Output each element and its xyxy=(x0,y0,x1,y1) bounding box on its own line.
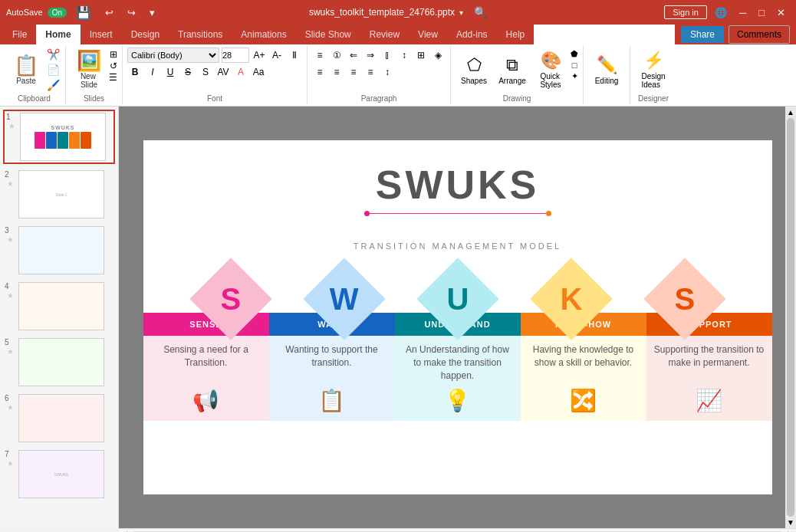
text-direction-button[interactable]: ↕ xyxy=(396,48,412,63)
tab-addins[interactable]: Add-ins xyxy=(447,25,497,44)
tab-review[interactable]: Review xyxy=(360,25,409,44)
scroll-thumb[interactable] xyxy=(787,118,794,517)
undo-button[interactable]: ↩ xyxy=(100,5,118,20)
slide-canvas[interactable]: SWUKS TRANSITION MANAGEMENT MODEL S xyxy=(143,140,772,494)
slide-thumb-7[interactable]: 7 ★ SWUKS xyxy=(3,448,115,500)
shadow-button[interactable]: S xyxy=(198,64,213,80)
editing-content: ✏️ Editing xyxy=(588,48,625,103)
align-center-button[interactable]: ≡ xyxy=(329,64,344,80)
char-spacing-button[interactable]: AV xyxy=(215,64,231,80)
design-ideas-label: DesignIdeas xyxy=(641,72,665,89)
clear-format-button[interactable]: Ⅱ xyxy=(287,48,302,63)
slide-thumb-5[interactable]: 5 ★ xyxy=(3,337,115,388)
ribbon-icon[interactable]: 🌐 xyxy=(710,5,732,20)
line-spacing-button[interactable]: ↕ xyxy=(380,64,395,80)
tab-help[interactable]: Help xyxy=(497,25,535,44)
new-slide-button[interactable]: 🖼️ NewSlide xyxy=(71,48,107,92)
slide-thumb-1[interactable]: 1 ★ SWUKS xyxy=(3,110,115,164)
share-button[interactable]: Share xyxy=(681,26,724,43)
slide-preview-3 xyxy=(18,226,104,274)
save-button[interactable]: 💾 xyxy=(71,4,96,21)
redo-button[interactable]: ↪ xyxy=(123,5,140,20)
sign-in-button[interactable]: Sign in xyxy=(664,5,707,19)
dot-left xyxy=(364,211,370,216)
font-color-button[interactable]: A xyxy=(233,64,248,80)
increase-indent-button[interactable]: ⇒ xyxy=(363,48,378,63)
bullets-button[interactable]: ≡ xyxy=(312,48,327,63)
arrange-button[interactable]: ⧉ Arrange xyxy=(494,48,531,92)
shapes-button[interactable]: ⬠ Shapes xyxy=(456,48,492,92)
layout-button[interactable]: ⊞ xyxy=(109,49,117,60)
col-understand: U xyxy=(401,270,515,313)
design-ideas-button[interactable]: ⚡ DesignIdeas xyxy=(635,48,672,92)
bold-button[interactable]: B xyxy=(127,64,143,80)
decrease-indent-button[interactable]: ⇐ xyxy=(346,48,361,63)
slide-thumb-3[interactable]: 3 ★ xyxy=(3,225,115,276)
section-button[interactable]: ☰ xyxy=(109,72,117,83)
designer-label: Designer xyxy=(638,94,669,103)
slide-thumb-4[interactable]: 4 ★ xyxy=(3,281,115,332)
increase-font-button[interactable]: A+ xyxy=(252,48,267,63)
slide-thumb-6[interactable]: 6 ★ xyxy=(3,392,115,444)
copy-button[interactable]: 📄 xyxy=(46,63,61,77)
letter-s1: S xyxy=(220,282,241,317)
comments-button[interactable]: Comments xyxy=(729,25,790,44)
tab-home[interactable]: Home xyxy=(36,25,80,44)
italic-button[interactable]: I xyxy=(145,64,160,80)
group-slides: 🖼️ NewSlide ⊞ ↺ ☰ Slides xyxy=(66,46,123,104)
quick-styles-button[interactable]: 🎨 QuickStyles xyxy=(532,48,569,92)
format-painter-button[interactable]: 🖌️ xyxy=(46,78,61,92)
scroll-up-button[interactable]: ▲ xyxy=(787,108,794,117)
col-support: S xyxy=(628,270,742,313)
search-icon[interactable]: 🔍 xyxy=(474,6,487,18)
tab-insert[interactable]: Insert xyxy=(81,25,122,44)
tab-animations[interactable]: Animations xyxy=(232,25,295,44)
font-family-select[interactable]: Calibri (Body) xyxy=(127,48,219,63)
clipboard-label: Clipboard xyxy=(18,94,51,103)
minimize-button[interactable]: ─ xyxy=(735,5,751,20)
tab-file[interactable]: File xyxy=(3,25,36,44)
columns-button[interactable]: ⫿ xyxy=(380,48,395,63)
tab-slideshow[interactable]: Slide Show xyxy=(296,25,360,44)
design-ideas-icon: ⚡ xyxy=(643,51,664,71)
autosave-toggle[interactable]: On xyxy=(48,8,67,18)
icon-clipboard: 📋 xyxy=(318,388,345,413)
maximize-button[interactable]: □ xyxy=(754,5,769,20)
align-text-button[interactable]: ⊞ xyxy=(413,48,429,63)
tab-view[interactable]: View xyxy=(409,25,447,44)
close-button[interactable]: ✕ xyxy=(772,5,790,20)
justify-button[interactable]: ≡ xyxy=(363,64,378,80)
text-highlight-button[interactable]: Aa xyxy=(251,64,266,80)
underline-button[interactable]: U xyxy=(163,64,178,80)
smartart-button[interactable]: ◈ xyxy=(430,48,446,63)
align-left-button[interactable]: ≡ xyxy=(312,64,327,80)
strikethrough-button[interactable]: S xyxy=(180,64,196,80)
align-right-button[interactable]: ≡ xyxy=(346,64,361,80)
group-clipboard: 📋 Paste ✂️ 📄 🖌️ Clipboard xyxy=(3,46,66,104)
shape-fill-button[interactable]: ⬟ xyxy=(571,49,578,59)
shape-outline-button[interactable]: □ xyxy=(571,61,578,70)
tab-design[interactable]: Design xyxy=(122,25,169,44)
tab-transitions[interactable]: Transitions xyxy=(169,25,232,44)
filename-dropdown-icon[interactable]: ▾ xyxy=(459,8,463,17)
paste-icon: 📋 xyxy=(14,55,38,75)
numbering-button[interactable]: ① xyxy=(329,48,344,63)
paste-button[interactable]: 📋 Paste xyxy=(8,48,44,92)
font-size-input[interactable] xyxy=(222,48,249,63)
slide-thumb-2[interactable]: 2 ★ Slide 2 xyxy=(3,169,115,220)
vertical-scrollbar[interactable]: ▲ ▼ xyxy=(785,107,796,528)
dots-line xyxy=(143,211,772,216)
title-bar-center: swuks_toolkit_template_24766.pptx ▾ 🔍 xyxy=(309,6,487,18)
customize-button[interactable]: ▾ xyxy=(145,5,160,20)
card-body-want: Wanting to support the transition. 📋 xyxy=(269,336,395,421)
shape-effects-button[interactable]: ✦ xyxy=(571,71,578,81)
slide-panel: 1 ★ SWUKS 2 ★ xyxy=(0,107,119,528)
scroll-down-button[interactable]: ▼ xyxy=(787,518,794,527)
editing-button[interactable]: ✏️ Editing xyxy=(588,48,625,92)
reset-button[interactable]: ↺ xyxy=(109,61,117,71)
cut-button[interactable]: ✂️ xyxy=(46,48,61,61)
decrease-font-button[interactable]: A- xyxy=(269,48,285,63)
letter-s2: S xyxy=(674,282,695,317)
card-knowhow: KNOW-HOW Having the knowledge to show a … xyxy=(521,313,646,421)
editing-icon: ✏️ xyxy=(597,55,617,75)
